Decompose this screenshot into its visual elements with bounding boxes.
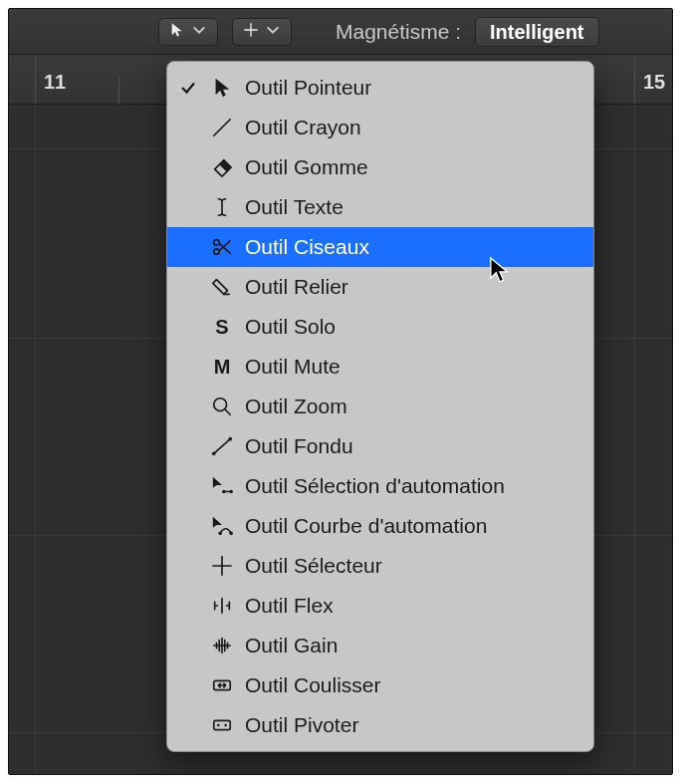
app-frame: Magnétisme : Intelligent 11 15 Outil Poi…	[8, 8, 673, 775]
slip-icon	[209, 674, 235, 696]
menu-item-label: Outil Sélection d'automation	[245, 474, 579, 498]
menu-item-flex[interactable]: Outil Flex	[167, 586, 593, 626]
menu-item-fade[interactable]: Outil Fondu	[167, 426, 593, 466]
menu-item-marquee[interactable]: Outil Sélecteur	[167, 546, 593, 586]
cursor-icon	[209, 77, 235, 99]
ruler-mark: 11	[35, 55, 66, 104]
menu-item-label: Outil Pointeur	[245, 76, 579, 100]
chevron-down-icon	[265, 22, 281, 42]
ruler-number: 15	[643, 71, 665, 93]
chevron-down-icon	[191, 22, 207, 42]
svg-point-7	[218, 532, 222, 536]
svg-point-4	[228, 437, 232, 441]
ruler-number: 11	[44, 71, 66, 93]
menu-item-autocurve[interactable]: Outil Courbe d'automation	[167, 506, 593, 546]
checkmark-icon	[177, 79, 199, 97]
menu-item-glue[interactable]: Outil Relier	[167, 267, 593, 307]
menu-item-slip[interactable]: Outil Coulisser	[167, 665, 593, 705]
letter-S: S	[209, 316, 235, 339]
menu-item-label: Outil Sélecteur	[245, 554, 579, 578]
crosshair-icon	[209, 555, 235, 577]
menu-item-zoom[interactable]: Outil Zoom	[167, 387, 593, 426]
crosshair-icon	[243, 22, 259, 42]
glue-icon	[209, 276, 235, 298]
menu-item-label: Outil Gain	[245, 634, 579, 657]
menu-item-label: Outil Solo	[245, 315, 579, 339]
menu-item-label: Outil Relier	[245, 275, 579, 299]
menu-item-mute[interactable]: MOutil Mute	[167, 347, 593, 387]
snap-label: Magnétisme :	[336, 20, 461, 44]
toolbar: Magnétisme : Intelligent	[9, 9, 672, 55]
menu-item-label: Outil Fondu	[245, 434, 579, 458]
pencil-icon	[209, 117, 235, 138]
menu-item-gain[interactable]: Outil Gain	[167, 626, 593, 665]
menu-item-label: Outil Gomme	[245, 155, 579, 179]
menu-item-text[interactable]: Outil Texte	[167, 187, 593, 227]
menu-item-autosel[interactable]: Outil Sélection d'automation	[167, 466, 593, 506]
flex-icon	[209, 595, 235, 617]
gain-icon	[209, 635, 235, 656]
letter-M: M	[209, 356, 235, 379]
menu-item-label: Outil Coulisser	[245, 673, 579, 697]
snap-mode-dropdown[interactable]: Intelligent	[475, 17, 598, 47]
menu-item-pointer[interactable]: Outil Pointeur	[167, 68, 593, 108]
menu-item-scissors[interactable]: Outil Ciseaux	[167, 227, 593, 267]
eraser-icon	[209, 156, 235, 178]
cursor-icon	[169, 22, 185, 42]
fade-icon	[209, 435, 235, 457]
svg-point-8	[229, 532, 233, 536]
rotate-icon	[209, 714, 235, 736]
menu-item-label: Outil Crayon	[245, 116, 579, 139]
ruler-tick	[118, 77, 119, 105]
menu-item-label: Outil Flex	[245, 594, 579, 618]
menu-item-rotate[interactable]: Outil Pivoter	[167, 705, 593, 745]
snap-mode-value: Intelligent	[490, 21, 583, 44]
automation-curve-icon	[209, 515, 235, 537]
zoom-icon	[209, 395, 235, 417]
menu-item-eraser[interactable]: Outil Gomme	[167, 147, 593, 187]
menu-item-pencil[interactable]: Outil Crayon	[167, 108, 593, 147]
menu-item-label: Outil Pivoter	[245, 713, 579, 737]
scissors-icon	[209, 236, 235, 258]
primary-tool-button[interactable]	[158, 18, 218, 46]
menu-item-label: Outil Texte	[245, 195, 579, 219]
menu-item-solo[interactable]: SOutil Solo	[167, 307, 593, 347]
menu-item-label: Outil Courbe d'automation	[245, 514, 579, 538]
svg-point-3	[212, 452, 216, 456]
secondary-tool-button[interactable]	[232, 18, 292, 46]
svg-point-0	[214, 240, 220, 246]
svg-rect-10	[214, 720, 231, 729]
menu-item-label: Outil Zoom	[245, 394, 579, 418]
tool-menu: Outil PointeurOutil CrayonOutil GommeOut…	[166, 61, 594, 752]
svg-point-1	[214, 249, 220, 255]
menu-item-label: Outil Mute	[245, 355, 579, 379]
svg-point-11	[217, 724, 220, 727]
ruler-mark: 15	[634, 55, 665, 104]
menu-item-label: Outil Ciseaux	[245, 235, 579, 259]
automation-select-icon	[209, 475, 235, 497]
text-cursor-icon	[209, 196, 235, 218]
svg-point-12	[224, 724, 227, 727]
